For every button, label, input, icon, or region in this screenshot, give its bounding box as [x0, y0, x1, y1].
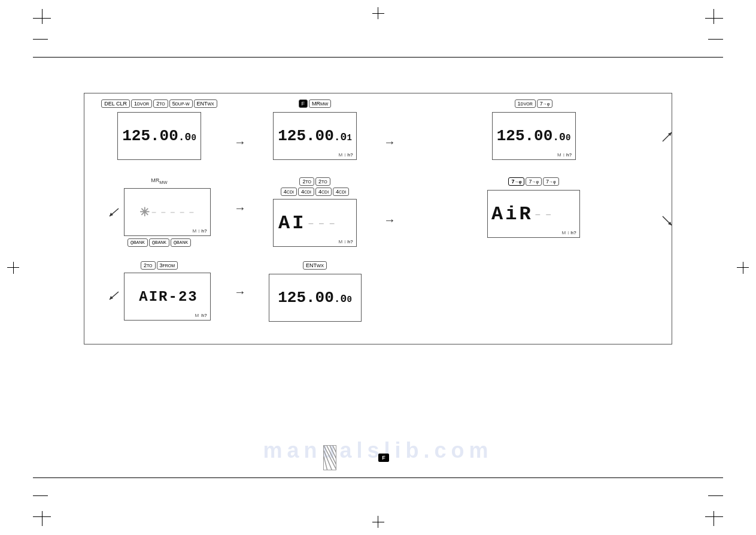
- btn-row-2to-top: 2TO 2TO: [299, 177, 330, 186]
- btn-row-top-right: 1DVOR 7→φ: [515, 99, 553, 108]
- freq3-bottom: M ↕ h?: [557, 152, 572, 158]
- display-freq5: 125.00.00: [269, 274, 362, 322]
- btn-0-bank-a[interactable]: 0BANK: [127, 238, 148, 247]
- ai-text: AI: [278, 212, 306, 234]
- edge-mark-tl: [33, 39, 48, 40]
- bottom-legend: F: [323, 445, 389, 470]
- btn-row-7arrow: 7→φ 7→φ 7→φ: [508, 177, 558, 186]
- air-content: AiR – –: [488, 203, 579, 225]
- col3-row2: 7→φ 7→φ 7→φ AiR – – M ↕ h?: [405, 177, 663, 238]
- freq2-text: 125.00.01: [278, 128, 352, 145]
- arrow-row3: →: [225, 285, 255, 299]
- channel-text: AIR-23: [139, 289, 198, 305]
- trim-mark-bl-v: [42, 511, 42, 526]
- btn-7-arrow-c[interactable]: 7→φ: [543, 177, 559, 186]
- btn-7-arrow-r[interactable]: 7→φ: [537, 99, 553, 108]
- col1-row2: MRMW ✳– – – – – M ↕ h?: [93, 177, 225, 249]
- mr-mw-label: MRMW: [151, 177, 167, 185]
- hline-top: [33, 57, 723, 58]
- btn-1-dvor-r[interactable]: 1DVOR: [515, 99, 536, 108]
- trim-mark-tl-v: [42, 9, 42, 24]
- btn-row-top-left: DEL CLR 1DVOR 2TO 5DUP-W ENTWX: [101, 99, 217, 108]
- row3-left-display-group: AIR-23 M h?: [108, 273, 211, 321]
- trim-mark-br-h: [705, 516, 723, 517]
- btn-ent-wx[interactable]: ENTWX: [194, 99, 217, 108]
- btn-4-cdi-d[interactable]: 4CDI: [333, 188, 349, 196]
- freq1-text: 125.00.00: [122, 128, 196, 145]
- main-diagram-box: DEL CLR 1DVOR 2TO 5DUP-W ENTWX 125.00.00…: [84, 93, 672, 344]
- hline-bottom: [33, 477, 723, 478]
- col2-row1: F MRMW 125.00.01 M ↕ h?: [255, 99, 375, 160]
- air-dashes: – –: [536, 209, 552, 219]
- btn-row-mid-left-label: MRMW: [151, 177, 167, 185]
- freq5-text: 125.00.00: [278, 289, 352, 307]
- btn-row-top-mid: F MRMW: [299, 99, 332, 108]
- btn-2-to[interactable]: 2TO: [153, 99, 168, 108]
- btn-2-to-c[interactable]: 2TO: [141, 261, 156, 270]
- arrow-1-to-2: →: [225, 135, 255, 149]
- display-freq1: 125.00.00: [117, 112, 201, 160]
- btn-4-cdi-c[interactable]: 4CDI: [315, 188, 332, 196]
- air-bottom: M ↕ h?: [562, 230, 576, 235]
- air-text: AiR: [491, 203, 533, 225]
- arrow-row2-1to2: →: [225, 201, 255, 215]
- diag-arrow-down-right: [660, 213, 675, 231]
- btn-3-from[interactable]: 3FROM: [157, 261, 178, 270]
- freq3-text: 125.00.00: [497, 128, 571, 145]
- btn-0-bank-c[interactable]: 0BANK: [171, 238, 191, 247]
- col2-row3: ENTWX 125.00.00: [255, 261, 375, 322]
- btn-ent-wx2[interactable]: ENTWX: [303, 261, 327, 270]
- channel-content: AIR-23: [136, 289, 198, 305]
- dashes-content: ✳– – – – –: [139, 205, 195, 219]
- btn-row-ent-wx2: ENTWX: [303, 261, 327, 270]
- btn-2-to-b[interactable]: 2TO: [315, 177, 330, 186]
- diag-arrow-left-row2: [108, 205, 121, 219]
- btn-mr-mw[interactable]: MRMW: [309, 99, 331, 108]
- f-legend-box: F: [378, 454, 389, 462]
- display-freq3: 125.00.00 M ↕ h?: [492, 112, 576, 160]
- btn-7-arrow-a[interactable]: 7→φ: [508, 177, 524, 186]
- crosshair-right: [737, 262, 749, 274]
- trim-mark-tr-h: [705, 18, 723, 19]
- dashes-bottom: M ↕ h?: [193, 228, 207, 234]
- display-freq2: 125.00.01 M ↕ h?: [273, 112, 357, 160]
- trim-mark-br-v: [714, 511, 714, 526]
- btn-row-4cdi: 4CDI 4CDI 4CDI 4CDI: [281, 188, 349, 196]
- crosshair-left: [7, 262, 19, 274]
- col1-row1: DEL CLR 1DVOR 2TO 5DUP-W ENTWX 125.00.00: [93, 99, 225, 160]
- crosshair-top: [372, 7, 384, 19]
- col3-row1: 1DVOR 7→φ 125.00.00 M ↕ h?: [405, 99, 663, 160]
- channel-bottom: M h?: [195, 313, 207, 318]
- btn-row-bottom-left: 2TO 3FROM: [141, 261, 178, 270]
- display-dashes: ✳– – – – – M ↕ h?: [124, 188, 211, 236]
- display-air: AiR – – M ↕ h?: [487, 190, 580, 238]
- btn-5-dup-w[interactable]: 5DUP-W: [169, 99, 193, 108]
- btn-4-cdi-a[interactable]: 4CDI: [281, 188, 297, 196]
- key-symbol: [323, 445, 336, 470]
- row2-left-display-group: ✳– – – – – M ↕ h?: [108, 188, 211, 236]
- ai-content: AI – – –: [274, 212, 356, 234]
- arrow-row2-2to3: →: [375, 213, 405, 227]
- btn-del-clr[interactable]: DEL CLR: [101, 99, 130, 108]
- diag-arrow-left-row3: [108, 289, 121, 304]
- btn-row-0bank: 0BANK 0BANK 0BANK: [127, 238, 191, 247]
- freq2-bottom: M ↕ h?: [339, 152, 353, 158]
- trim-mark-tr-v: [714, 9, 714, 24]
- btn-2-to-a[interactable]: 2TO: [299, 177, 314, 186]
- btn-f[interactable]: F: [299, 99, 308, 108]
- btn-4-cdi-b[interactable]: 4CDI: [298, 188, 314, 196]
- arrow-2-to-3: →: [375, 135, 405, 149]
- display-ai: AI – – – M ↕ h?: [273, 199, 357, 247]
- btn-0-bank-b[interactable]: 0BANK: [149, 238, 169, 247]
- edge-mark-bl: [33, 495, 48, 496]
- edge-mark-tr: [708, 39, 723, 40]
- crosshair-bottom: [372, 516, 384, 528]
- edge-mark-br: [708, 495, 723, 496]
- col1-row3: 2TO 3FROM AIR-23 M: [93, 261, 225, 321]
- display-channel: AIR-23 M h?: [124, 273, 211, 321]
- col2-row2: 2TO 2TO 4CDI 4CDI 4CDI 4CDI AI – – – M ↕…: [255, 177, 375, 247]
- btn-1-dvor[interactable]: 1DVOR: [131, 99, 152, 108]
- btn-7-arrow-b[interactable]: 7→φ: [526, 177, 542, 186]
- ai-dashes: – – –: [308, 218, 336, 228]
- ai-bottom: M ↕ h?: [339, 239, 353, 244]
